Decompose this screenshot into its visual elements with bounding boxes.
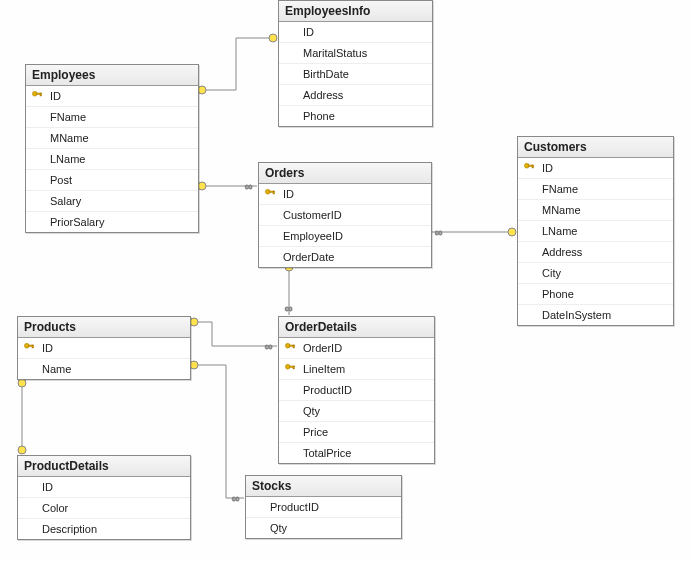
column-row[interactable]: EmployeeID [259,226,431,247]
column-name: ID [42,481,186,493]
table-body: IDName [18,338,190,379]
column-name: TotalPrice [303,447,430,459]
column-row[interactable]: TotalPrice [279,443,434,463]
table-stocks[interactable]: StocksProductIDQty [245,475,402,539]
column-name: Phone [303,110,428,122]
column-row[interactable]: Qty [279,401,434,422]
table-orderdetails[interactable]: OrderDetailsOrderIDLineItemProductIDQtyP… [278,316,435,464]
column-icon [30,152,44,166]
column-icon [250,521,264,535]
table-orders[interactable]: OrdersIDCustomerIDEmployeeIDOrderDate [258,162,432,268]
column-icon [522,182,536,196]
primary-key-icon [522,161,536,175]
column-row[interactable]: Price [279,422,434,443]
column-row[interactable]: ID [259,184,431,205]
column-row[interactable]: BirthDate [279,64,432,85]
table-header[interactable]: Products [18,317,190,338]
column-row[interactable]: PriorSalary [26,212,198,232]
column-name: Qty [303,405,430,417]
table-customers[interactable]: CustomersIDFNameMNameLNameAddressCityPho… [517,136,674,326]
column-row[interactable]: ProductID [246,497,401,518]
column-icon [522,203,536,217]
table-header[interactable]: Orders [259,163,431,184]
column-row[interactable]: MName [518,200,673,221]
table-productdetails[interactable]: ProductDetailsIDColorDescription [17,455,191,540]
column-name: OrderID [303,342,430,354]
column-row[interactable]: Address [279,85,432,106]
column-name: Address [542,246,669,258]
table-header[interactable]: Stocks [246,476,401,497]
column-name: LName [542,225,669,237]
column-row[interactable]: LineItem [279,359,434,380]
column-row[interactable]: Phone [279,106,432,126]
column-icon [283,383,297,397]
column-name: Salary [50,195,194,207]
column-row[interactable]: ID [279,22,432,43]
svg-rect-10 [532,165,534,168]
column-row[interactable]: City [518,263,673,284]
column-icon [22,522,36,536]
column-name: LineItem [303,363,430,375]
svg-rect-19 [293,366,295,369]
column-row[interactable]: DateInSystem [518,305,673,325]
table-body: IDFNameMNameLNameAddressCityPhoneDateInS… [518,158,673,325]
column-row[interactable]: Description [18,519,190,539]
column-row[interactable]: Color [18,498,190,519]
column-name: BirthDate [303,68,428,80]
column-name: City [542,267,669,279]
column-row[interactable]: FName [518,179,673,200]
column-name: MaritalStatus [303,47,428,59]
column-row[interactable]: LName [518,221,673,242]
column-icon [283,109,297,123]
column-row[interactable]: MaritalStatus [279,43,432,64]
column-icon [283,46,297,60]
svg-rect-16 [293,345,295,348]
column-name: FName [50,111,194,123]
column-name: Color [42,502,186,514]
table-header[interactable]: Customers [518,137,673,158]
column-row[interactable]: OrderDate [259,247,431,267]
column-icon [283,88,297,102]
svg-rect-13 [32,345,34,348]
column-name: Qty [270,522,397,534]
table-employeesinfo[interactable]: EmployeesInfoIDMaritalStatusBirthDateAdd… [278,0,433,127]
column-row[interactable]: Qty [246,518,401,538]
column-icon [30,110,44,124]
table-header[interactable]: Employees [26,65,198,86]
table-products[interactable]: ProductsIDName [17,316,191,380]
table-body: ProductIDQty [246,497,401,538]
column-row[interactable]: Name [18,359,190,379]
svg-rect-4 [40,93,42,96]
table-header[interactable]: ProductDetails [18,456,190,477]
column-name: Address [303,89,428,101]
column-row[interactable]: Phone [518,284,673,305]
column-name: EmployeeID [283,230,427,242]
column-name: Phone [542,288,669,300]
column-row[interactable]: Post [26,170,198,191]
column-row[interactable]: ID [26,86,198,107]
primary-key-icon [283,341,297,355]
column-row[interactable]: ID [18,477,190,498]
column-icon [522,245,536,259]
column-row[interactable]: LName [26,149,198,170]
column-row[interactable]: ProductID [279,380,434,401]
column-icon [263,208,277,222]
column-icon [250,500,264,514]
column-row[interactable]: FName [26,107,198,128]
primary-key-icon [22,341,36,355]
column-icon [283,25,297,39]
table-header[interactable]: OrderDetails [279,317,434,338]
column-name: MName [50,132,194,144]
column-row[interactable]: CustomerID [259,205,431,226]
column-name: DateInSystem [542,309,669,321]
table-header[interactable]: EmployeesInfo [279,1,432,22]
column-row[interactable]: ID [518,158,673,179]
column-name: ID [283,188,427,200]
column-row[interactable]: OrderID [279,338,434,359]
column-row[interactable]: MName [26,128,198,149]
table-employees[interactable]: EmployeesIDFNameMNameLNamePostSalaryPrio… [25,64,199,233]
column-row[interactable]: Salary [26,191,198,212]
column-row[interactable]: Address [518,242,673,263]
column-name: ID [42,342,186,354]
column-row[interactable]: ID [18,338,190,359]
